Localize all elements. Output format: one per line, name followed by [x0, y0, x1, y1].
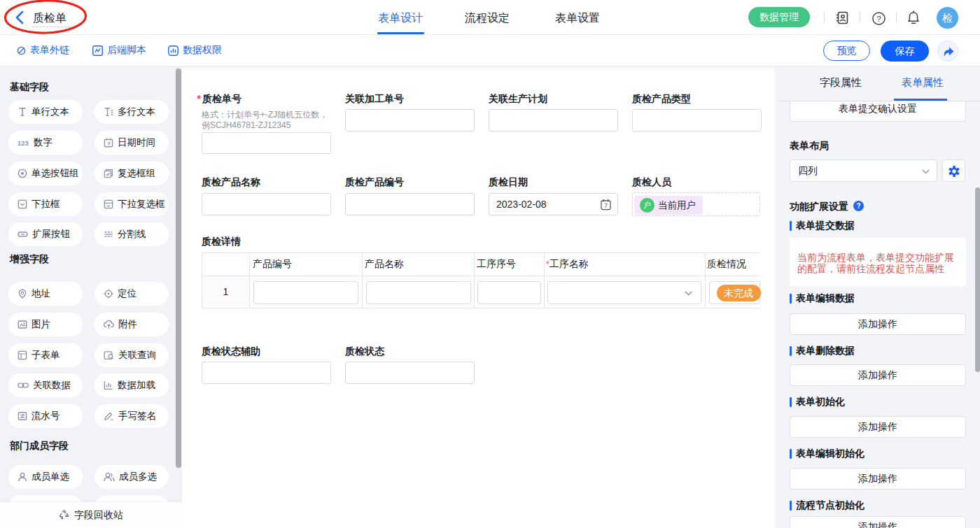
svg-text:7: 7: [604, 202, 608, 209]
svg-text:123: 123: [18, 139, 29, 147]
svg-text:?: ?: [876, 15, 881, 23]
svg-text:?: ?: [856, 202, 860, 210]
